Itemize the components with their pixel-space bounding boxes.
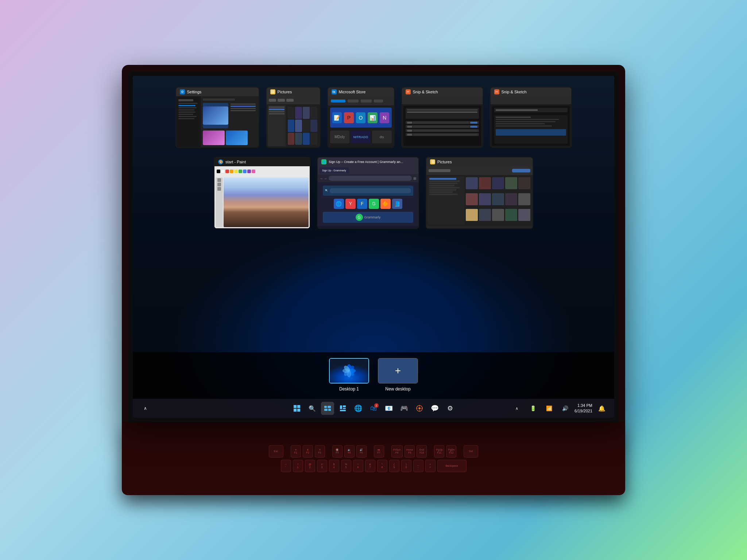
svg-rect-12 (324, 406, 327, 408)
store-taskbar-button[interactable]: 🛍 2 (367, 402, 380, 415)
key-prtscn[interactable]: PrtScnF8 (391, 445, 403, 458)
key-f4[interactable]: 🔇F4 (332, 445, 342, 458)
key-minus[interactable]: _- (413, 460, 423, 472)
date-display: 6/19/2021 (574, 408, 592, 414)
key-f3[interactable]: ✕F3 (315, 445, 325, 458)
svg-rect-18 (340, 410, 346, 411)
window-snip-sketch-2[interactable]: ✕ ✂ Snip & Sketch (490, 87, 572, 148)
desktop-1-item[interactable]: Desktop 1 (329, 358, 369, 392)
settings-taskbar-button[interactable]: ⚙ (444, 402, 457, 415)
xbox-button[interactable]: 🎮 (398, 402, 411, 415)
task-view-button[interactable] (321, 402, 334, 415)
battery-icon[interactable]: 🔋 (526, 402, 539, 415)
key-0[interactable]: )0 (401, 460, 411, 472)
svg-rect-10 (294, 409, 297, 412)
key-5[interactable]: %5 (341, 460, 351, 472)
key-f6[interactable]: 🔊F6 (356, 445, 367, 458)
edge-button[interactable]: 🌐 (352, 402, 365, 415)
key-f5[interactable]: 🔉F5 (344, 445, 355, 458)
key-equals[interactable]: += (425, 460, 436, 472)
key-7[interactable]: &7 (365, 460, 375, 472)
volume-icon[interactable]: 🔊 (558, 402, 572, 415)
key-6[interactable]: ^6 (353, 460, 363, 472)
keyboard-row-numbers: ~` !1 @2 #3 $4 %5 ^6 &7 *8 (9 )0 _- += B… (281, 460, 467, 472)
key-f2[interactable]: ⏸F2 (303, 445, 313, 458)
desktop-strip: Desktop 1 + New desktop (133, 352, 614, 399)
svg-rect-8 (294, 405, 297, 408)
key-8[interactable]: *8 (377, 460, 387, 472)
desktop-1-preview (330, 359, 368, 383)
window-paint[interactable]: ✕ 🎨 start - Paint (214, 157, 310, 229)
taskbar-right: ∧ 🔋 📶 🔊 1:34 PM 6/19/2021 🔔 (510, 402, 608, 415)
window-pictures-2[interactable]: ✕ 🖼 Pictures (426, 157, 533, 229)
window-settings[interactable]: ✕ ⚙ Settings (175, 87, 259, 148)
key-tilde[interactable]: ~` (281, 460, 291, 472)
taskbar-left: ∧ (139, 402, 152, 415)
time-display: 1:34 PM (574, 403, 592, 408)
key-esc[interactable]: Esc (269, 445, 283, 458)
windows-row-1: ✕ ⚙ Settings (155, 87, 592, 148)
key-pgdn[interactable]: PgDnF12 (446, 445, 456, 458)
svg-rect-11 (297, 409, 300, 412)
svg-rect-15 (328, 409, 331, 411)
new-desktop-item[interactable]: + New desktop (378, 358, 418, 392)
store-notification-badge: 2 (374, 403, 379, 408)
key-backspace[interactable]: Backspace (437, 460, 467, 472)
clock-display[interactable]: 1:34 PM 6/19/2021 (574, 403, 592, 414)
task-view-overlay: ✕ ⚙ Settings (133, 76, 614, 418)
keyboard-row-fn: Esc ✶F1 ⏸F2 ✕F3 🔇F4 🔉F5 🔊F6 ⏮F7 PrtScnF8… (269, 445, 479, 458)
key-end[interactable]: EndF10 (417, 445, 427, 458)
notification-button[interactable]: 🔔 (595, 402, 608, 415)
wifi-icon[interactable]: 📶 (542, 402, 556, 415)
svg-rect-19 (343, 408, 346, 409)
key-9[interactable]: (9 (389, 460, 399, 472)
key-2[interactable]: @2 (305, 460, 315, 472)
key-1[interactable]: !1 (293, 460, 303, 472)
svg-point-21 (418, 407, 421, 409)
mail-button[interactable]: 📧 (382, 402, 395, 415)
laptop-screen-shell: ✕ ⚙ Settings (122, 65, 625, 422)
desktop-1-label: Desktop 1 (339, 386, 359, 392)
laptop-body: ✕ ⚙ Settings (122, 65, 625, 495)
window-snip-sketch-1[interactable]: ✕ ✂ Snip & Sketch (401, 87, 483, 148)
keyboard: Esc ✶F1 ⏸F2 ✕F3 🔇F4 🔉F5 🔊F6 ⏮F7 PrtScnF8… (122, 422, 625, 495)
svg-rect-13 (328, 406, 331, 408)
key-3[interactable]: #3 (317, 460, 327, 472)
new-desktop-icon: + (379, 359, 417, 383)
system-tray-chevron[interactable]: ∧ (139, 402, 152, 415)
skype-button[interactable]: 💬 (428, 402, 441, 415)
new-desktop-thumbnail[interactable]: + (378, 358, 418, 384)
search-button[interactable]: 🔍 (306, 402, 319, 415)
window-microsoft-store[interactable]: ✕ 🛍 Microsoft Store (327, 87, 395, 148)
new-desktop-label: New desktop (385, 386, 410, 392)
widgets-button[interactable] (336, 402, 349, 415)
svg-rect-9 (297, 405, 300, 408)
snip-taskbar-button[interactable] (413, 402, 426, 415)
windows-area: ✕ ⚙ Settings (133, 76, 614, 352)
svg-rect-17 (343, 405, 346, 407)
key-home[interactable]: HomeF9 (405, 445, 415, 458)
key-pgup[interactable]: PgUpF11 (434, 445, 444, 458)
taskbar: ∧ (133, 399, 614, 418)
tray-chevron-button[interactable]: ∧ (510, 402, 523, 415)
svg-rect-16 (340, 405, 342, 409)
key-f1[interactable]: ✶F1 (291, 445, 301, 458)
key-del[interactable]: Del (464, 445, 478, 458)
desktop-thumbnails: Desktop 1 + New desktop (329, 358, 418, 392)
window-grammarly[interactable]: ✕ 🌐 Sign Up – Create a Free Account | Gr… (317, 157, 419, 229)
key-f7[interactable]: ⏮F7 (374, 445, 384, 458)
svg-rect-14 (324, 409, 328, 411)
windows-row-2: ✕ 🎨 start - Paint (155, 157, 592, 229)
start-button[interactable] (290, 402, 303, 415)
desktop-1-thumbnail[interactable] (329, 358, 369, 384)
screen-bezel: ✕ ⚙ Settings (128, 71, 619, 422)
screen: ✕ ⚙ Settings (133, 76, 614, 418)
taskbar-center-icons: 🔍 (290, 402, 457, 415)
key-4[interactable]: $4 (329, 460, 339, 472)
window-pictures-1[interactable]: ✕ 🖼 Pictures (266, 87, 321, 148)
